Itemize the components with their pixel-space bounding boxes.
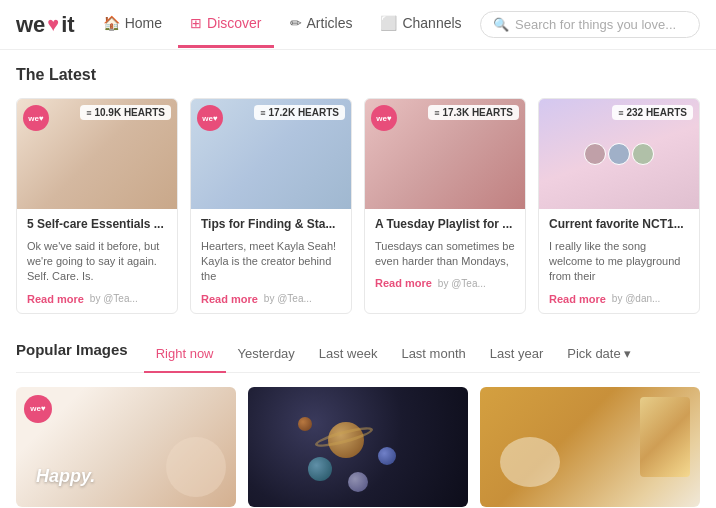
card-3-read-more[interactable]: Read more [549,293,606,305]
tab-right-now[interactable]: Right now [144,338,226,373]
card-1-badge-text: 17.2K HEARTS [268,107,339,118]
logo-text-we: we [16,12,45,38]
card-2-footer: Read more by @Tea... [375,277,515,289]
card-1-logo: we♥ [197,105,223,131]
home-icon: 🏠 [103,15,120,31]
articles-icon: ✏ [290,15,302,31]
card-0-logo: we♥ [23,105,49,131]
heart-icon: ≡ [86,108,91,118]
nav-label-channels: Channels [402,15,461,31]
tab-last-year[interactable]: Last year [478,338,555,373]
card-1-title: Tips for Finding & Sta... [201,217,341,233]
popular-images-grid: we♥ Happy. [16,387,700,507]
nav-item-articles[interactable]: ✏ Articles [278,1,365,48]
card-2-text: Tuesdays can sometimes be even harder th… [375,239,515,270]
discover-icon: ⊞ [190,15,202,31]
card-0-badge-text: 10.9K HEARTS [94,107,165,118]
search-icon: 🔍 [493,17,509,32]
card-3-title: Current favorite NCT1... [549,217,689,233]
tab-pick-date[interactable]: Pick date ▾ [555,338,642,372]
flower-decor [166,437,226,497]
card-0-badge: ≡ 10.9K HEARTS [80,105,171,120]
card-0-body: 5 Self-care Essentials ... Ok we've said… [17,209,177,313]
card-2-badge-text: 17.3K HEARTS [442,107,513,118]
card-0-text: Ok we've said it before, but we're going… [27,239,167,285]
gold-light [500,437,560,487]
card-2-body: A Tuesday Playlist for ... Tuesdays can … [365,209,525,297]
main-nav: 🏠 Home ⊞ Discover ✏ Articles ⬜ Channels [91,1,474,48]
time-tabs: Right now Yesterday Last week Last month… [144,338,643,372]
header: we ♥ it 🏠 Home ⊞ Discover ✏ Articles ⬜ C… [0,0,716,50]
tab-yesterday[interactable]: Yesterday [226,338,307,373]
card-1-footer: Read more by @Tea... [201,293,341,305]
popular-image-2 [480,387,700,507]
latest-section: The Latest we♥ ≡ 10.9K HEARTS 5 Self-car… [16,66,700,314]
card-2: we♥ ≡ 17.3K HEARTS A Tuesday Playlist fo… [364,98,526,314]
tab-last-week[interactable]: Last week [307,338,390,373]
avatar-1 [584,143,606,165]
card-1-body: Tips for Finding & Sta... Hearters, meet… [191,209,351,313]
nav-item-discover[interactable]: ⊞ Discover [178,1,273,48]
happy-label: Happy. [36,466,95,487]
heart-icon-1: ≡ [260,108,265,118]
planet-small-2 [308,457,332,481]
nav-label-articles: Articles [307,15,353,31]
pick-date-label: Pick date [567,346,620,361]
card-0-image: we♥ ≡ 10.9K HEARTS [17,99,177,209]
logo[interactable]: we ♥ it [16,12,75,38]
card-1: we♥ ≡ 17.2K HEARTS Tips for Finding & St… [190,98,352,314]
popular-title: Popular Images [16,341,128,368]
popular-header: Popular Images Right now Yesterday Last … [16,338,700,373]
card-2-author: by @Tea... [438,278,486,289]
card-2-title: A Tuesday Playlist for ... [375,217,515,233]
search-placeholder: Search for things you love... [515,17,676,32]
latest-title: The Latest [16,66,700,84]
card-2-badge: ≡ 17.3K HEARTS [428,105,519,120]
card-0: we♥ ≡ 10.9K HEARTS 5 Self-care Essential… [16,98,178,314]
card-2-logo: we♥ [371,105,397,131]
card-3-body: Current favorite NCT1... I really like t… [539,209,699,313]
card-0-read-more[interactable]: Read more [27,293,84,305]
gold-ornament [640,397,690,477]
planet-small-1 [378,447,396,465]
popular-section: Popular Images Right now Yesterday Last … [16,338,700,507]
planet-tiny [298,417,312,431]
card-3: ≡ 232 HEARTS Current favorite NCT1... [538,98,700,314]
avatar-3 [632,143,654,165]
card-3-text: I really like the song welcome to me pla… [549,239,689,285]
nav-item-home[interactable]: 🏠 Home [91,1,174,48]
card-3-photo [539,99,699,209]
card-3-author: by @dan... [612,293,661,304]
card-0-title: 5 Self-care Essentials ... [27,217,167,233]
planet-mid [348,472,368,492]
card-0-footer: Read more by @Tea... [27,293,167,305]
popular-image-0: we♥ Happy. [16,387,236,507]
cards-grid: we♥ ≡ 10.9K HEARTS 5 Self-care Essential… [16,98,700,314]
card-2-read-more[interactable]: Read more [375,277,432,289]
card-3-image: ≡ 232 HEARTS [539,99,699,209]
logo-heart-icon: ♥ [47,13,59,36]
tab-last-month[interactable]: Last month [389,338,477,373]
nav-label-home: Home [125,15,162,31]
pop-logo-0: we♥ [24,395,52,423]
card-1-image: we♥ ≡ 17.2K HEARTS [191,99,351,209]
card-3-footer: Read more by @dan... [549,293,689,305]
main-content: The Latest we♥ ≡ 10.9K HEARTS 5 Self-car… [0,50,716,508]
card-1-author: by @Tea... [264,293,312,304]
card-1-badge: ≡ 17.2K HEARTS [254,105,345,120]
card-2-image: we♥ ≡ 17.3K HEARTS [365,99,525,209]
popular-image-1 [248,387,468,507]
heart-icon-2: ≡ [434,108,439,118]
chevron-down-icon: ▾ [624,346,631,361]
channels-icon: ⬜ [380,15,397,31]
nav-item-channels[interactable]: ⬜ Channels [368,1,473,48]
avatar-2 [608,143,630,165]
search-box[interactable]: 🔍 Search for things you love... [480,11,700,38]
card-0-author: by @Tea... [90,293,138,304]
card-1-text: Hearters, meet Kayla Seah! Kayla is the … [201,239,341,285]
card-1-read-more[interactable]: Read more [201,293,258,305]
logo-text-it: it [61,12,74,38]
nav-label-discover: Discover [207,15,261,31]
